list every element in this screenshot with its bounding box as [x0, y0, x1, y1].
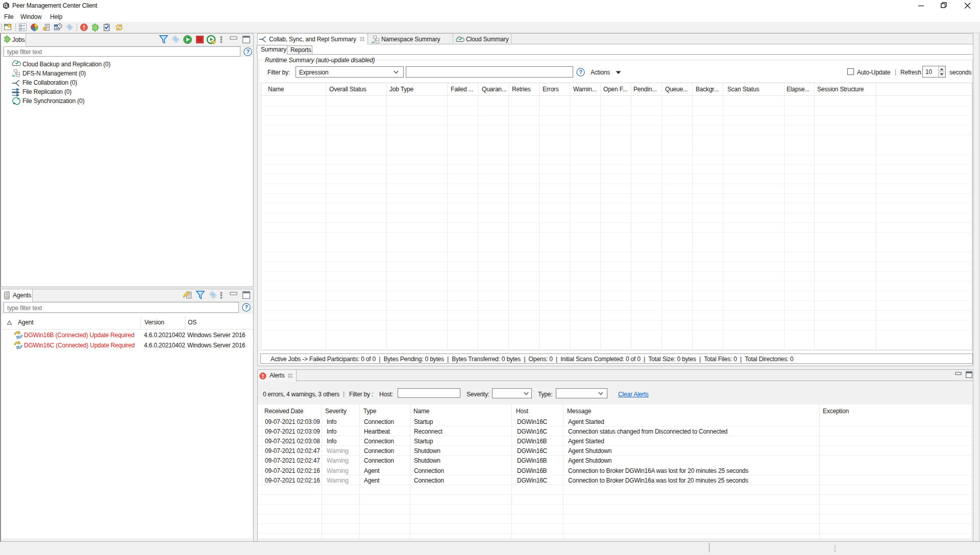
svg-text:?: ? — [246, 48, 250, 55]
svg-text:?: ? — [244, 304, 248, 310]
svg-text:?: ? — [579, 69, 582, 75]
